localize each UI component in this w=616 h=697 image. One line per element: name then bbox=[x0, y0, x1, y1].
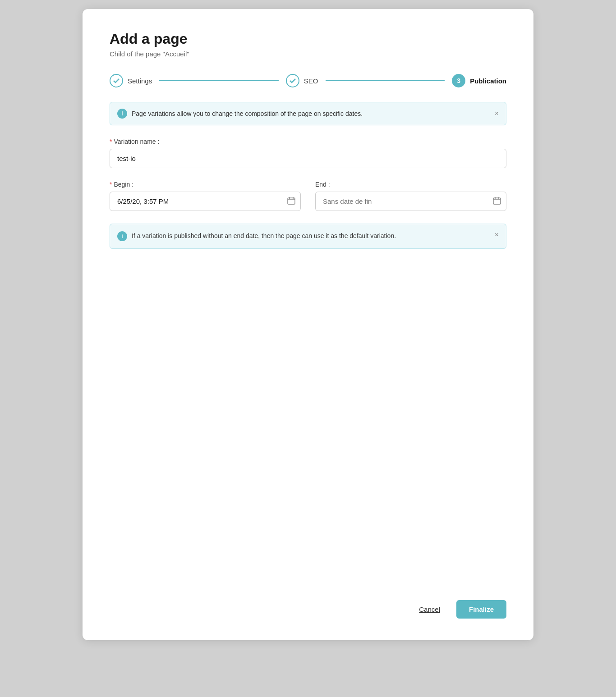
info-banner-variations: i Page variations allow you to change th… bbox=[110, 102, 506, 125]
begin-date-input[interactable] bbox=[110, 192, 301, 211]
step-seo: SEO bbox=[286, 74, 318, 87]
end-label: End : bbox=[315, 181, 506, 188]
variation-name-label: * Variation name : bbox=[110, 138, 506, 145]
modal-title: Add a page bbox=[110, 31, 506, 47]
checkmark-icon-2 bbox=[289, 77, 296, 84]
required-star-1: * bbox=[110, 138, 112, 145]
variation-name-group: * Variation name : bbox=[110, 138, 506, 168]
step-publication-circle: 3 bbox=[452, 74, 465, 87]
step-settings: Settings bbox=[110, 74, 152, 87]
begin-col: * Begin : bbox=[110, 181, 301, 211]
cancel-button[interactable]: Cancel bbox=[412, 601, 447, 618]
end-date-input[interactable] bbox=[315, 192, 506, 211]
info-banner-close-2[interactable]: × bbox=[495, 231, 499, 238]
end-input-wrapper bbox=[315, 192, 506, 211]
step-seo-circle bbox=[286, 74, 299, 87]
end-col: End : bbox=[315, 181, 506, 211]
finalize-button[interactable]: Finalize bbox=[456, 600, 506, 619]
begin-input-wrapper bbox=[110, 192, 301, 211]
info-icon-1: i bbox=[117, 109, 127, 119]
step-seo-label: SEO bbox=[304, 77, 318, 85]
info-banner-default-variation: i If a variation is published without an… bbox=[110, 224, 506, 249]
info-banner-close-1[interactable]: × bbox=[495, 110, 499, 117]
step-line-2 bbox=[326, 80, 445, 81]
step-line-1 bbox=[159, 80, 279, 81]
modal-footer: Cancel Finalize bbox=[110, 582, 506, 619]
step-settings-circle bbox=[110, 74, 123, 87]
checkmark-icon bbox=[113, 77, 120, 84]
modal-subtitle: Child of the page "Accueil" bbox=[110, 50, 506, 58]
add-page-modal: Add a page Child of the page "Accueil" S… bbox=[83, 9, 533, 640]
step-publication: 3 Publication bbox=[452, 74, 506, 87]
step-publication-label: Publication bbox=[470, 77, 506, 85]
date-fields-row: * Begin : End : bbox=[110, 181, 506, 211]
info-banner-text-1: Page variations allow you to change the … bbox=[132, 110, 363, 117]
info-banner-2-text: If a variation is published without an e… bbox=[132, 231, 396, 241]
stepper: Settings SEO 3 Publication bbox=[110, 74, 506, 87]
variation-name-input[interactable] bbox=[110, 149, 506, 168]
required-star-2: * bbox=[110, 181, 112, 188]
begin-label: * Begin : bbox=[110, 181, 301, 188]
step-settings-label: Settings bbox=[128, 77, 152, 85]
info-banner-2-content: i If a variation is published without an… bbox=[117, 231, 396, 241]
info-banner-content: i Page variations allow you to change th… bbox=[117, 109, 363, 119]
info-icon-2: i bbox=[117, 231, 127, 241]
